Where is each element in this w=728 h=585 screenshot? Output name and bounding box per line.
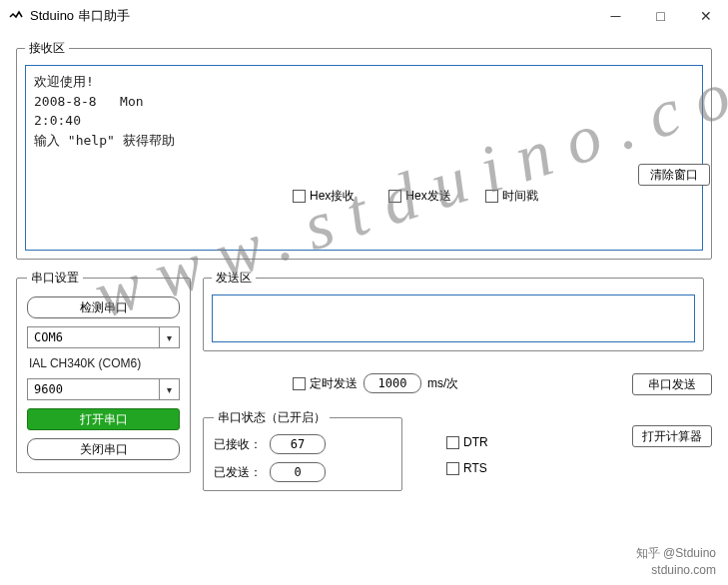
recv-count-label: 已接收：	[214, 436, 262, 453]
open-port-button[interactable]: 打开串口	[27, 408, 180, 430]
port-select[interactable]: COM6 ▾	[27, 326, 180, 348]
timer-unit-label: ms/次	[427, 375, 458, 392]
checkbox-icon	[446, 436, 459, 449]
checkbox-icon	[293, 377, 306, 390]
close-button[interactable]: ✕	[683, 1, 728, 31]
dtr-label: DTR	[463, 435, 488, 449]
watermark-corner: 知乎 @Stduino stduino.com	[636, 545, 716, 579]
serial-status-legend: 串口状态（已开启）	[214, 409, 330, 426]
receive-textbox[interactable]: 欢迎使用! 2008-8-8 Mon 2:0:40 输入 "help" 获得帮助	[25, 65, 703, 251]
timestamp-label: 时间戳	[502, 188, 538, 205]
hex-receive-label: Hex接收	[310, 188, 355, 205]
send-legend: 发送区	[212, 270, 256, 287]
timed-send-label: 定时发送	[310, 375, 358, 392]
send-count-value: 0	[270, 462, 326, 482]
dtr-checkbox[interactable]: DTR	[446, 435, 488, 449]
hex-send-checkbox[interactable]: Hex发送	[388, 188, 450, 205]
watermark-corner-line1: 知乎 @Stduino	[636, 545, 716, 562]
checkbox-icon	[446, 462, 459, 475]
detect-port-button[interactable]: 检测串口	[27, 296, 180, 318]
receive-area-fieldset: 接收区 欢迎使用! 2008-8-8 Mon 2:0:40 输入 "help" …	[16, 40, 712, 260]
port-select-value: COM6	[28, 330, 159, 344]
maximize-button[interactable]: □	[638, 1, 683, 31]
hex-send-label: Hex发送	[405, 188, 450, 205]
title-bar: Stduino 串口助手 ─ □ ✕	[0, 0, 728, 32]
timed-send-checkbox[interactable]: 定时发送	[293, 375, 358, 392]
rts-label: RTS	[463, 461, 487, 475]
app-logo-icon	[8, 8, 24, 24]
minimize-button[interactable]: ─	[593, 1, 638, 31]
close-port-button[interactable]: 关闭串口	[27, 438, 180, 460]
baud-select-value: 9600	[28, 382, 159, 396]
window-controls: ─ □ ✕	[593, 1, 728, 31]
recv-count-value: 67	[270, 434, 326, 454]
timer-interval-input[interactable]: 1000	[364, 373, 421, 393]
port-description: IAL CH340K (COM6)	[27, 356, 180, 370]
receive-legend: 接收区	[25, 40, 69, 57]
watermark-corner-line2: stduino.com	[636, 562, 716, 579]
checkbox-icon	[388, 190, 401, 203]
checkbox-icon	[293, 190, 306, 203]
clear-window-button[interactable]: 清除窗口	[638, 164, 710, 186]
timestamp-checkbox[interactable]: 时间戳	[485, 188, 538, 205]
chevron-down-icon: ▾	[159, 327, 179, 347]
send-count-label: 已发送：	[214, 464, 262, 481]
chevron-down-icon: ▾	[159, 379, 179, 399]
open-calculator-button[interactable]: 打开计算器	[632, 425, 712, 447]
checkbox-icon	[485, 190, 498, 203]
serial-send-button[interactable]: 串口发送	[632, 373, 712, 395]
rts-checkbox[interactable]: RTS	[446, 461, 488, 475]
serial-settings-fieldset: 串口设置 检测串口 COM6 ▾ IAL CH340K (COM6) 9600 …	[16, 270, 191, 473]
serial-settings-legend: 串口设置	[27, 270, 83, 287]
hex-receive-checkbox[interactable]: Hex接收	[293, 188, 355, 205]
send-area-fieldset: 发送区	[203, 270, 704, 351]
serial-status-fieldset: 串口状态（已开启） 已接收： 67 已发送： 0	[203, 409, 402, 491]
window-title: Stduino 串口助手	[30, 7, 593, 25]
send-textbox[interactable]	[212, 294, 695, 342]
baud-select[interactable]: 9600 ▾	[27, 378, 180, 400]
